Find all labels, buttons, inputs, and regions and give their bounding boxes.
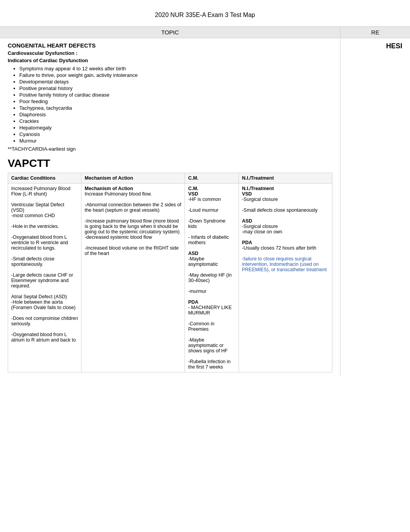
- vapctt-table: Cardiac Conditions Mechanism of Action C…: [8, 173, 332, 372]
- cm-vsd: VSD-HF is common: [188, 191, 235, 202]
- mech-header: Mechanism of ActionIncrease Pulmonary bl…: [85, 186, 181, 197]
- ni-pda-failure: -failure to close requires surgical inte…: [242, 256, 329, 272]
- page-title: 2020 NUR 335E-A Exam 3 Test Map: [0, 8, 410, 22]
- mech-increase-pulm: -Increase pulmonary blood flow (more blo…: [85, 218, 181, 240]
- ni-pda: PDA-Usually closes 72 hours after birth: [242, 240, 329, 251]
- vapctt-title: VAPCTT: [8, 157, 332, 170]
- header-right: RE: [341, 27, 410, 38]
- header-row: TOPIC RE: [0, 26, 410, 38]
- list-item: Symptoms may appear 4 to 12 weeks after …: [19, 66, 332, 71]
- page: 2020 NUR 335E-A Exam 3 Test Map TOPIC RE…: [0, 0, 410, 532]
- list-item: Positive prenatal history: [19, 85, 332, 91]
- cardiac-conditions-large-defects: -Large defects cause CHF or Eisenmeyer s…: [11, 272, 78, 289]
- mech-increased-blood: -Increased blood volume on the RIGHT sid…: [85, 245, 181, 256]
- cm-rubella: -Rubella infection in the first 7 weeks: [188, 359, 235, 370]
- section-title: CONGENITAL HEART DEFECTS: [8, 42, 332, 49]
- ni-small-defects: -Small defects close spontaneously: [242, 207, 329, 213]
- main-content: CONGENITAL HEART DEFECTS Cardiovascular …: [0, 38, 410, 376]
- header-topic: TOPIC: [0, 27, 341, 38]
- table-header-row: Cardiac Conditions Mechanism of Action C…: [8, 173, 332, 184]
- list-item: Failure to thrive, poor weight gain, act…: [19, 72, 332, 78]
- indicators-list: Symptoms may appear 4 to 12 weeks after …: [19, 66, 332, 144]
- cardiac-conditions-asd-not: -Does not compromise children seriously.: [11, 316, 78, 326]
- table-row: Increased Pulmonary Blood Flow (L-R shun…: [8, 184, 332, 372]
- cm-murmur: -murmur: [188, 289, 235, 294]
- list-item: Cyanosis: [19, 131, 332, 137]
- ni-treatment-cell: N.I./Treatment VSD-Surgical closure -Sma…: [239, 184, 332, 372]
- cm-pda: PDA- MACHINERY LIKE MURMUR: [188, 299, 235, 316]
- hesi-label: HESI: [344, 42, 406, 50]
- list-item: Developmental delays: [19, 79, 332, 85]
- cm-loud-murmur: -Loud murmur: [188, 207, 235, 213]
- cardiac-conditions-oxygenated: -Oxygenated blood from L ventricle to R …: [11, 235, 78, 251]
- tachycardia-note: **TACHYCARDIA-earliest sign: [8, 146, 332, 152]
- list-item: Crackles: [19, 118, 332, 124]
- col-header-cardiac: Cardiac Conditions: [8, 173, 81, 184]
- list-item: Hepatomegaly: [19, 125, 332, 131]
- col-header-ni: N.I./Treatment: [239, 173, 332, 184]
- cardiac-conditions-small-defects: -Small defects close spontaneously.: [11, 256, 78, 267]
- subsection-title: Cardiovascular Dysfunction :: [8, 50, 332, 56]
- left-panel: CONGENITAL HEART DEFECTS Cardiovascular …: [0, 38, 341, 376]
- ni-asd: ASD-Surgical closure-may close on own: [242, 218, 329, 235]
- list-item: Diaphoresis: [19, 112, 332, 117]
- list-item: Positive family history of cardiac disea…: [19, 92, 332, 98]
- list-item: Murmur: [19, 138, 332, 144]
- subsection-subtitle: Indicators of Cardiac Dysfunction: [8, 58, 332, 63]
- cm-header: C.M.: [188, 186, 235, 191]
- cardiac-conditions-increased: Increased Pulmonary Blood Flow (L-R shun…: [11, 186, 78, 197]
- col-header-cm: C.M.: [185, 173, 239, 184]
- cm-asd-hf: -May develop HF (in 30-40sec): [188, 272, 235, 283]
- ni-header: N.I./Treatment: [242, 186, 329, 191]
- col-header-mechanism: Mechanism of Action: [81, 173, 185, 184]
- cm-asd: ASD-Maybe asymptomatic: [188, 251, 235, 267]
- list-item: Tachypnea, tachycardia: [19, 105, 332, 111]
- cardiac-conditions-hole-ventricles: -Hole in the ventricles.: [11, 224, 78, 229]
- cm-infants-diabetic: - Infants of diabetic mothers: [188, 235, 235, 245]
- cardiac-conditions-cell: Increased Pulmonary Blood Flow (L-R shun…: [8, 184, 81, 372]
- mech-abnormal: -Abnormal connection between the 2 sides…: [85, 202, 181, 213]
- cardiac-conditions-vsd: Ventricular Septal Defect (VSD)-most com…: [11, 202, 78, 218]
- mechanism-cell: Mechanism of ActionIncrease Pulmonary bl…: [81, 184, 185, 372]
- cm-asymptomatic-hf: -Maybe asymptomatic or shows signs of HF: [188, 337, 235, 354]
- cm-common-preemies: -Common in Preemies: [188, 321, 235, 332]
- right-panel: HESI: [341, 38, 410, 376]
- cardiac-conditions-asd: Atrial Septal Defect (ASD)-Hole between …: [11, 294, 78, 310]
- cm-cell: C.M. VSD-HF is common -Loud murmur -Down…: [185, 184, 239, 372]
- ni-vsd: VSD-Surgical closure: [242, 191, 329, 202]
- list-item: Poor feeding: [19, 99, 332, 104]
- cardiac-conditions-asd-oxygenated: -Oxygenated blood from L atrium to R atr…: [11, 332, 78, 343]
- cm-down-syndrome: -Down Syndrome kids: [188, 218, 235, 229]
